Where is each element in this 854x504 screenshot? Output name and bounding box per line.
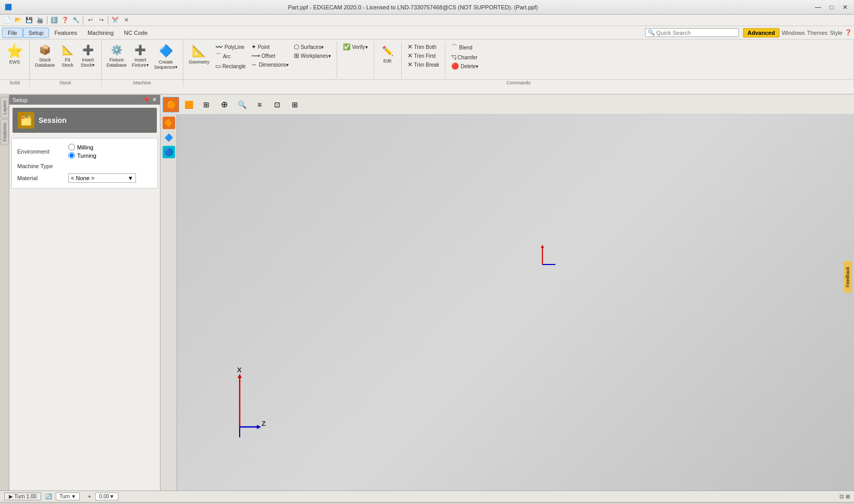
feedback-tab[interactable]: Feedback bbox=[844, 262, 852, 293]
advanced-button[interactable]: Advanced bbox=[743, 28, 780, 37]
title-bar: 🟦 Part.ppf - EDGECAM 2020.0 - Licensed t… bbox=[0, 0, 854, 15]
chamfer-label: Chamfer bbox=[457, 55, 477, 60]
workplanes-button[interactable]: ⊞ Workplanes▾ bbox=[292, 52, 332, 60]
trim-break-button[interactable]: ✕ Trim Break bbox=[406, 60, 441, 69]
title-bar-right[interactable]: — □ ✕ bbox=[813, 3, 850, 12]
turning-radio-item[interactable]: Turning bbox=[68, 152, 96, 159]
print-icon[interactable]: 🖨️ bbox=[35, 15, 45, 26]
menu-file[interactable]: File bbox=[2, 28, 23, 38]
viewport-btn-plus[interactable]: ⊕ bbox=[216, 97, 232, 112]
cut-icon[interactable]: ✂️ bbox=[110, 15, 120, 26]
viewport-btn-box1[interactable]: ⊡ bbox=[269, 97, 286, 112]
left-icon-3[interactable]: 🔵 bbox=[163, 146, 175, 158]
ews-button[interactable]: ⭐ EWS bbox=[4, 42, 25, 66]
verify-icon: ✅ bbox=[343, 43, 351, 51]
themes-button[interactable]: Themes bbox=[807, 30, 828, 36]
milling-radio-item[interactable]: Milling bbox=[68, 144, 96, 150]
features-tab[interactable]: Features bbox=[1, 119, 9, 145]
app-icon: 🟦 bbox=[4, 3, 13, 11]
left-icon-2[interactable]: 🔷 bbox=[163, 131, 175, 144]
rectangle-button[interactable]: ▭ Rectangle bbox=[214, 62, 247, 70]
trim-break-label: Trim Break bbox=[414, 62, 440, 68]
app-title: Part.ppf - EDGECAM 2020.0 - Licensed to … bbox=[13, 4, 813, 10]
blend-button[interactable]: ⌒ Blend bbox=[450, 43, 480, 53]
resize-icon-2[interactable]: ⊞ bbox=[846, 494, 850, 499]
panel-pin-button[interactable]: 📌 bbox=[143, 96, 150, 103]
material-select[interactable]: < None > ▼ bbox=[68, 173, 136, 183]
close-button[interactable]: ✕ bbox=[840, 3, 850, 12]
help-icon[interactable]: ❓ bbox=[60, 15, 70, 26]
edit-button[interactable]: ✏️ Edit bbox=[378, 43, 397, 65]
trim-both-button[interactable]: ✕ Trim Both bbox=[406, 43, 441, 51]
setup-panel: Setup 📌 ✕ 🗂️ Session Environment Milling bbox=[9, 95, 160, 490]
viewport-btn-box2[interactable]: ⊞ bbox=[287, 97, 303, 112]
trim-first-button[interactable]: ✕ Trim First bbox=[406, 52, 441, 60]
search-box[interactable]: 🔍 bbox=[645, 28, 739, 37]
polyline-button[interactable]: 〰️ PolyLine bbox=[214, 43, 247, 51]
maximize-button[interactable]: □ bbox=[827, 3, 836, 12]
verify-button[interactable]: ✅ Verify▾ bbox=[341, 43, 369, 51]
viewport-btn-grid[interactable]: ⊞ bbox=[198, 97, 215, 112]
viewport-btn-orange[interactable]: 🟠 bbox=[163, 97, 179, 112]
setup-form: Environment Milling Turning Machine Type… bbox=[11, 138, 158, 188]
menu-setup[interactable]: Setup bbox=[23, 28, 49, 38]
help-button[interactable]: ❓ bbox=[845, 29, 852, 36]
layers-tab[interactable]: Layers bbox=[1, 97, 9, 118]
viewport[interactable]: X Z bbox=[177, 115, 854, 490]
windows-button[interactable]: Windows bbox=[782, 30, 805, 36]
chamfer-button[interactable]: ◹ Chamfer bbox=[450, 53, 480, 61]
trim-break-icon: ✕ bbox=[407, 61, 413, 68]
menu-machining[interactable]: Machining bbox=[82, 28, 119, 37]
save-icon[interactable]: 💾 bbox=[24, 15, 34, 26]
panel-close-button[interactable]: ✕ bbox=[152, 96, 157, 103]
create-sequence-button[interactable]: 🔷 CreateSequence▾ bbox=[152, 42, 180, 71]
polyline-icon: 〰️ bbox=[215, 43, 223, 51]
search-input[interactable] bbox=[657, 30, 735, 36]
stock-database-button[interactable]: 📦 StockDatabase bbox=[33, 42, 57, 69]
angle-input[interactable]: 0.00 ▼ bbox=[95, 493, 118, 500]
redo-icon[interactable]: ↪ bbox=[96, 15, 106, 26]
turning-radio[interactable] bbox=[68, 152, 75, 159]
viewport-btn-2[interactable]: 🟧 bbox=[180, 97, 197, 112]
close-toolbar-icon[interactable]: ✕ bbox=[121, 15, 131, 26]
delete-button[interactable]: 🔴 Delete▾ bbox=[450, 62, 480, 70]
viewport-btn-search[interactable]: 🔍 bbox=[233, 97, 250, 112]
fixture-database-button[interactable]: ⚙️ FixtureDatabase bbox=[105, 42, 129, 69]
svg-marker-1 bbox=[541, 245, 544, 248]
toolbar-separator-3 bbox=[108, 16, 108, 24]
viewport-btn-list[interactable]: ≡ bbox=[251, 97, 268, 112]
offset-button[interactable]: ⟿ Offset bbox=[250, 52, 290, 60]
insert-fixture-icon: ➕ bbox=[133, 43, 147, 57]
settings-icon[interactable]: 🔧 bbox=[71, 15, 81, 26]
geometry-button[interactable]: 📐 Geometry bbox=[187, 42, 212, 66]
arc-button[interactable]: ⌒ Arc bbox=[214, 52, 247, 61]
dimensions-button[interactable]: ↔ Dimensions▾ bbox=[250, 60, 290, 69]
info-icon[interactable]: ℹ️ bbox=[49, 15, 59, 26]
milling-radio[interactable] bbox=[68, 144, 75, 150]
turn-indicator[interactable]: ▶ Turn 1.00 bbox=[4, 493, 41, 500]
material-label: Material bbox=[17, 175, 64, 181]
left-icon-1[interactable]: 🔶 bbox=[163, 117, 175, 129]
ribbon-separator-3 bbox=[401, 42, 402, 78]
fit-stock-button[interactable]: 📐 FitStock bbox=[58, 42, 77, 69]
ribbon-separator-2 bbox=[374, 42, 374, 78]
menu-features[interactable]: Features bbox=[49, 28, 82, 37]
insert-stock-button[interactable]: ➕ InsertStock▾ bbox=[78, 42, 98, 69]
status-bar: ▶ Turn 1.00 🔄 Turn ▼ ⌖ 0.00 ▼ ⊡ ⊞ bbox=[0, 490, 854, 502]
open-icon[interactable]: 📂 bbox=[13, 15, 23, 26]
menu-nc-code[interactable]: NC Code bbox=[119, 28, 153, 37]
insert-fixture-button[interactable]: ➕ InsertFixture▾ bbox=[130, 42, 151, 69]
new-icon[interactable]: 📄 bbox=[2, 15, 13, 26]
style-button[interactable]: Style bbox=[830, 30, 843, 36]
point-button[interactable]: ✦ Point bbox=[250, 43, 290, 51]
turn-label: Turn 1.00 bbox=[15, 494, 36, 499]
surfaces-button[interactable]: ⬡ Surfaces▾ bbox=[292, 43, 332, 51]
resize-icon-1[interactable]: ⊡ bbox=[839, 494, 844, 499]
turn-dropdown[interactable]: Turn ▼ bbox=[56, 493, 80, 500]
trim-first-icon: ✕ bbox=[407, 52, 413, 59]
undo-icon[interactable]: ↩ bbox=[85, 15, 95, 26]
viewport-resize-buttons: ⊡ ⊞ bbox=[839, 494, 850, 499]
offset-icon: ⟿ bbox=[251, 52, 260, 59]
session-icon: 🗂️ bbox=[18, 112, 34, 129]
minimize-button[interactable]: — bbox=[813, 3, 823, 12]
